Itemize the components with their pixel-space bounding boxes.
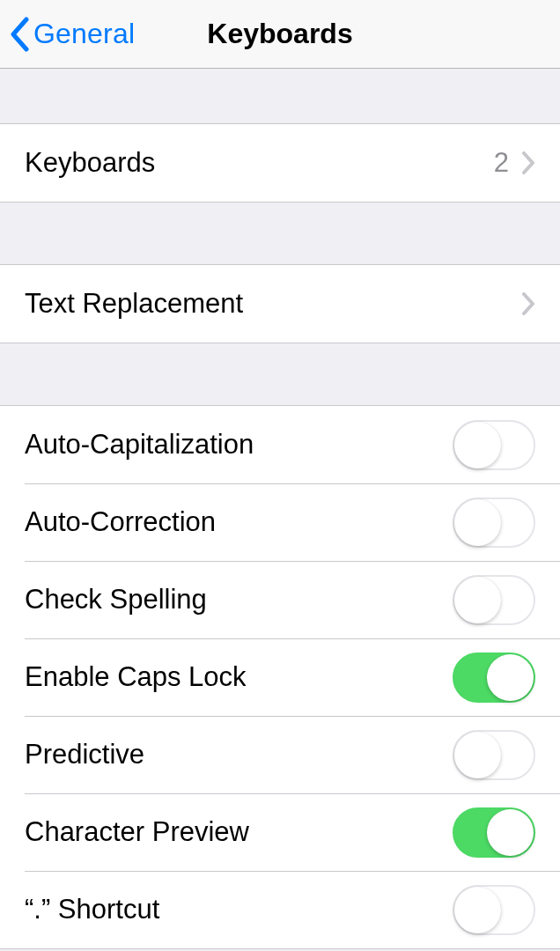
predictive-switch[interactable] [453, 730, 535, 780]
enable-caps-lock-switch[interactable] [453, 652, 535, 703]
period-shortcut-switch[interactable] [453, 885, 535, 935]
switch-knob [454, 499, 501, 546]
switch-knob [454, 422, 501, 468]
keyboards-count: 2 [494, 147, 509, 179]
text-replacement-row[interactable]: Text Replacement [0, 265, 560, 343]
auto-correction-row: Auto-Correction [0, 483, 560, 561]
check-spelling-row: Check Spelling [0, 561, 560, 638]
back-label: General [33, 18, 135, 50]
text-replacement-label: Text Replacement [25, 288, 521, 320]
section-gap [0, 203, 560, 264]
period-shortcut-row: “.” Shortcut [0, 871, 560, 948]
check-spelling-switch[interactable] [453, 575, 535, 625]
section-gap [0, 69, 560, 123]
auto-correction-label: Auto-Correction [25, 506, 453, 538]
enable-caps-lock-label: Enable Caps Lock [25, 661, 453, 693]
section-gap [0, 343, 560, 405]
check-spelling-label: Check Spelling [25, 584, 453, 616]
text-replacement-group: Text Replacement [0, 264, 560, 343]
enable-caps-lock-row: Enable Caps Lock [0, 638, 560, 716]
period-shortcut-label: “.” Shortcut [25, 894, 453, 925]
chevron-right-icon [521, 292, 535, 315]
predictive-row: Predictive [0, 716, 560, 793]
chevron-right-icon [521, 151, 535, 174]
typing-settings-group: Auto-Capitalization Auto-Correction Chec… [0, 405, 560, 949]
switch-knob [454, 732, 501, 778]
auto-capitalization-switch[interactable] [453, 420, 535, 470]
character-preview-row: Character Preview [0, 793, 560, 871]
auto-capitalization-row: Auto-Capitalization [0, 406, 560, 483]
predictive-label: Predictive [25, 739, 453, 770]
auto-correction-switch[interactable] [453, 498, 535, 548]
chevron-left-icon [9, 17, 30, 52]
auto-capitalization-label: Auto-Capitalization [25, 429, 453, 461]
keyboards-row[interactable]: Keyboards 2 [0, 124, 560, 202]
switch-knob [454, 577, 501, 623]
character-preview-switch[interactable] [453, 807, 535, 858]
switch-knob [487, 654, 534, 701]
keyboards-label: Keyboards [25, 147, 494, 179]
switch-knob [454, 887, 501, 933]
back-button[interactable]: General [0, 17, 135, 52]
keyboards-group: Keyboards 2 [0, 123, 560, 203]
switch-knob [487, 809, 534, 856]
navbar: General Keyboards [0, 0, 560, 69]
character-preview-label: Character Preview [25, 816, 453, 848]
